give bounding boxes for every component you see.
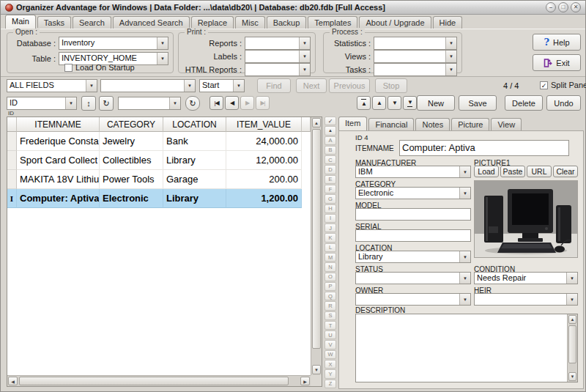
tab-hide[interactable]: Hide (433, 16, 463, 29)
dropdown-icon[interactable]: ▼ (184, 80, 195, 92)
tab-templates[interactable]: Templates (308, 16, 357, 29)
dropdown-icon[interactable]: ▼ (65, 97, 76, 109)
sort-direction-icon[interactable]: ↕ (81, 96, 96, 111)
description-scroll-thumb[interactable] (568, 325, 576, 363)
scroll-left-icon[interactable]: ◀ (8, 377, 18, 385)
dropdown-icon[interactable]: ▼ (459, 294, 470, 305)
itemname-input[interactable]: Computer: Aptiva (399, 140, 569, 156)
dropdown-icon[interactable]: ▼ (459, 166, 470, 177)
scroll-up-icon[interactable]: ▲ (568, 315, 576, 324)
column-header-location[interactable]: LOCATION (163, 117, 226, 132)
dropdown-icon[interactable]: ▼ (445, 37, 456, 49)
undo-button[interactable]: Undo (546, 95, 581, 111)
load-on-startup-checkbox[interactable] (64, 64, 73, 72)
refresh-sort-icon[interactable]: ↻ (99, 96, 114, 111)
alpha-letter-t[interactable]: T (324, 321, 336, 330)
close-button-icon[interactable]: ✕ (571, 2, 581, 12)
delete-button[interactable]: Delete (505, 95, 543, 111)
detail-tab-picture[interactable]: Picture (451, 118, 489, 130)
alpha-letter-o[interactable]: O (324, 273, 336, 281)
tab-about-upgrade[interactable]: About / Upgrade (359, 16, 431, 29)
stop-button[interactable]: Stop (375, 78, 407, 93)
alpha-letter-g[interactable]: G (324, 194, 336, 203)
status-combo[interactable]: ▼ (355, 272, 471, 284)
detail-first-record-icon[interactable]: ▲ (357, 96, 371, 110)
alpha-letter-p[interactable]: P (324, 282, 336, 291)
tab-advanced-search[interactable]: Advanced Search (113, 16, 190, 29)
alpha-letter-i[interactable]: I (324, 214, 336, 223)
tab-replace[interactable]: Replace (191, 16, 234, 29)
detail-tab-view[interactable]: View (491, 118, 522, 130)
minimize-button-icon[interactable]: – (546, 2, 556, 12)
refresh-filter-icon[interactable]: ↻ (185, 96, 200, 111)
manufacturer-combo[interactable]: IBM▼ (355, 166, 471, 178)
search-term-combo[interactable]: ▼ (100, 79, 196, 92)
previous-record-icon[interactable]: ◀ (225, 96, 239, 110)
condition-combo[interactable]: Needs Repair ▼ (474, 272, 578, 284)
alpha-letter-w[interactable]: W (324, 350, 336, 359)
filter-combo[interactable]: ▼ (118, 97, 181, 110)
tab-backup[interactable]: Backup (267, 16, 307, 29)
column-header-item-value[interactable]: ITEM_VALUE (226, 117, 302, 132)
tab-search[interactable]: Search (73, 16, 111, 29)
alpha-letter-n[interactable]: N (324, 262, 336, 271)
sort-field-combo[interactable]: ID ▼ (7, 97, 77, 110)
dropdown-icon[interactable]: ▼ (86, 80, 97, 92)
first-record-icon[interactable]: |◀ (209, 96, 223, 110)
table-row[interactable]: MAKITA 18V LithiuPower ToolsGarage200.00 (7, 170, 311, 189)
dropdown-icon[interactable]: ▼ (299, 64, 310, 75)
save-button[interactable]: Save (459, 95, 497, 111)
alpha-up-icon[interactable]: ▲ (324, 126, 336, 135)
alpha-letter-b[interactable]: B (324, 146, 336, 155)
serial-input[interactable] (355, 229, 471, 242)
detail-tab-notes[interactable]: Notes (415, 118, 450, 130)
maximize-button-icon[interactable]: □ (558, 2, 568, 12)
load-picture-button[interactable]: Load (474, 166, 499, 177)
model-input[interactable] (355, 208, 471, 221)
grid-horizontal-scrollbar[interactable]: ◀ ▶ (7, 375, 311, 386)
dropdown-icon[interactable]: ▼ (299, 37, 310, 49)
alpha-letter-s[interactable]: S (324, 311, 336, 320)
category-combo[interactable]: Electronic▼ (355, 187, 471, 199)
alpha-letter-l[interactable]: L (324, 243, 336, 252)
paste-picture-button[interactable]: Paste (500, 166, 525, 177)
scroll-down-icon[interactable]: ▼ (312, 365, 321, 374)
detail-tab-item[interactable]: Item (338, 117, 367, 130)
new-button[interactable]: New (417, 95, 455, 111)
next-record-icon[interactable]: ▶ (240, 96, 254, 110)
previous-button[interactable]: Previous (329, 78, 370, 93)
tab-tasks[interactable]: Tasks (37, 16, 71, 29)
dropdown-icon[interactable]: ▼ (169, 97, 180, 109)
alpha-check-icon[interactable]: ✓ (324, 117, 336, 125)
alpha-letter-r[interactable]: R (324, 301, 336, 310)
horizontal-scroll-thumb[interactable] (19, 377, 289, 385)
url-picture-button[interactable]: URL (527, 166, 552, 177)
dropdown-icon[interactable]: ▼ (233, 80, 244, 92)
dropdown-icon[interactable]: ▼ (459, 251, 470, 262)
labels-combo[interactable]: ▼ (245, 50, 311, 63)
reports-combo[interactable]: ▼ (245, 37, 311, 50)
dropdown-icon[interactable]: ▼ (459, 273, 470, 284)
clear-picture-button[interactable]: Clear (553, 166, 578, 177)
search-mode-combo[interactable]: Start ▼ (199, 79, 245, 92)
alpha-letter-e[interactable]: E (324, 175, 336, 184)
html-reports-combo[interactable]: ▼ (245, 63, 311, 76)
scroll-down-icon[interactable]: ▼ (568, 372, 576, 381)
dropdown-icon[interactable]: ▼ (566, 273, 577, 284)
vertical-scroll-thumb[interactable] (312, 129, 321, 349)
alpha-letter-m[interactable]: M (324, 253, 336, 262)
heir-combo[interactable]: ▼ (474, 293, 578, 306)
tab-main[interactable]: Main (5, 15, 36, 29)
last-record-icon[interactable]: ▶| (256, 96, 270, 110)
alpha-letter-x[interactable]: X (324, 360, 336, 369)
database-combo[interactable]: Inventory ▼ (59, 37, 168, 50)
exit-button[interactable]: Exit (533, 54, 581, 71)
dropdown-icon[interactable]: ▼ (445, 51, 456, 62)
dropdown-icon[interactable]: ▼ (157, 37, 168, 49)
table-row[interactable]: Sport Card CollectCollectiblesLibrary12,… (7, 151, 311, 170)
column-header-itemname[interactable]: ITEMNAME (17, 117, 100, 132)
table-row[interactable]: IComputer: AptivaElectronicLibrary1,200.… (7, 189, 311, 208)
alpha-letter-h[interactable]: H (324, 204, 336, 213)
alpha-letter-q[interactable]: Q (324, 292, 336, 300)
help-button[interactable]: ? Help (533, 34, 581, 51)
